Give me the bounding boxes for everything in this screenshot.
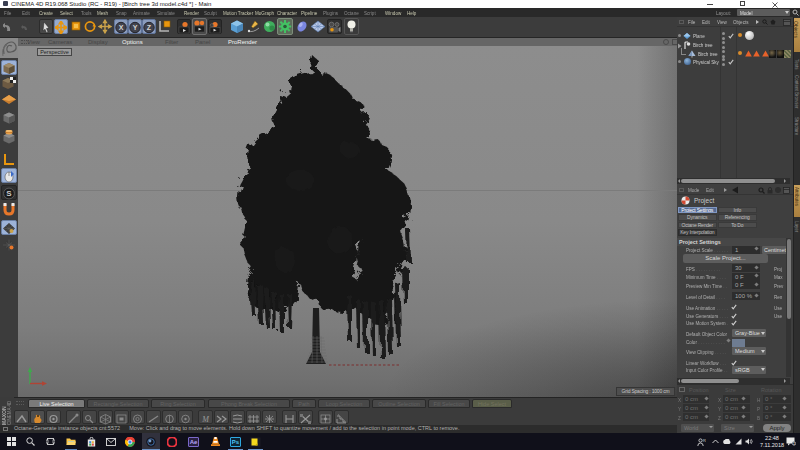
svg-text:Y: Y (133, 24, 138, 31)
svg-text:M: M (201, 415, 210, 424)
svg-text:X: X (119, 24, 124, 31)
svg-text:Z: Z (147, 24, 152, 31)
svg-text:S: S (6, 189, 12, 198)
svg-text:1: 1 (793, 442, 795, 446)
svg-text:R: R (703, 438, 706, 443)
